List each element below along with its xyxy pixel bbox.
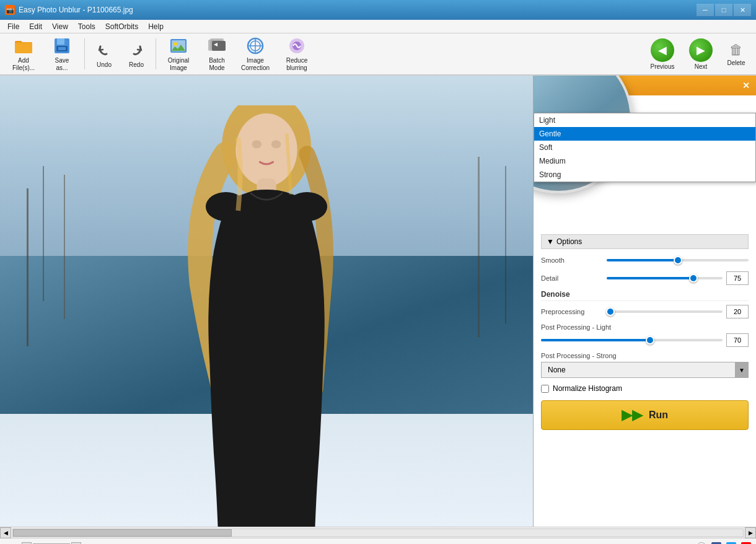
detail-thumb[interactable] bbox=[689, 274, 698, 283]
close-button[interactable]: ✕ bbox=[734, 4, 751, 16]
denoise-section-header: Denoise bbox=[541, 290, 749, 301]
scroll-left-button[interactable]: ◀ bbox=[0, 527, 11, 538]
smooth-row: Smooth bbox=[541, 254, 749, 266]
postlight-slider[interactable] bbox=[541, 334, 723, 346]
options-label: Options bbox=[556, 237, 582, 246]
redo-icon bbox=[126, 40, 146, 60]
save-as-button[interactable]: Saveas... bbox=[43, 36, 81, 72]
postlight-value: 70 bbox=[726, 333, 749, 347]
reduce-blurring-button[interactable]: Reduceblurring bbox=[275, 36, 319, 72]
preset-dropdown-list: Light Gentle Soft Medium Strong bbox=[534, 113, 756, 182]
smooth-slider[interactable] bbox=[607, 254, 749, 266]
batch-mode-label: BatchMode bbox=[209, 57, 225, 72]
previous-button[interactable]: ◀ Previous bbox=[644, 36, 680, 72]
zoom-in-button[interactable]: + bbox=[71, 542, 81, 545]
run-button[interactable]: ▶▶ Run bbox=[541, 400, 749, 430]
preset-option-strong[interactable]: Strong bbox=[534, 168, 755, 182]
postlight-label: Post Processing - Light bbox=[541, 323, 749, 331]
preset-option-light[interactable]: Light bbox=[534, 113, 755, 127]
original-image-button[interactable]: OriginalImage bbox=[160, 36, 197, 72]
delete-label: Delete bbox=[727, 59, 745, 66]
delete-button[interactable]: 🗑 Delete bbox=[721, 36, 751, 72]
batch-mode-button[interactable]: BatchMode bbox=[198, 36, 235, 72]
original-image-icon bbox=[169, 36, 188, 56]
toolbox-body: Reduce blurring Presets Gentle ▼ Light G… bbox=[534, 95, 756, 527]
preprocessing-row: Preprocessing 20 bbox=[541, 305, 749, 318]
window-title: Easy Photo Unblur - P1100665.jpg bbox=[19, 6, 697, 14]
svg-point-23 bbox=[252, 140, 262, 148]
postlight-row: 70 bbox=[541, 333, 749, 347]
smooth-fill bbox=[607, 259, 678, 261]
menu-file[interactable]: File bbox=[2, 21, 24, 32]
preset-option-gentle[interactable]: Gentle bbox=[534, 127, 755, 141]
youtube-icon[interactable]: ▶ bbox=[741, 542, 751, 545]
batch-icon bbox=[207, 36, 227, 56]
detail-fill bbox=[607, 277, 693, 279]
run-label: Run bbox=[649, 410, 668, 421]
scrollbar-area: ◀ ▶ bbox=[0, 527, 756, 538]
normalize-label: Normalize Histogram bbox=[553, 384, 622, 393]
image-correction-button[interactable]: ImageCorrection bbox=[237, 36, 274, 72]
zoom-out-button[interactable]: − bbox=[22, 542, 32, 545]
run-icon: ▶▶ bbox=[622, 407, 643, 423]
main-content: Toolbox ✕ Reduce blurring Presets Gentle… bbox=[0, 76, 756, 527]
add-files-button[interactable]: AddFile(s)... bbox=[5, 36, 42, 72]
minimize-button[interactable]: ─ bbox=[697, 4, 714, 16]
menu-view[interactable]: View bbox=[47, 21, 73, 32]
menu-bar: File Edit View Tools SoftOrbits Help bbox=[0, 20, 756, 33]
window-controls: ─ □ ✕ bbox=[697, 4, 751, 16]
undo-label: Undo bbox=[97, 61, 112, 68]
preset-option-soft[interactable]: Soft bbox=[534, 141, 755, 154]
scroll-track[interactable] bbox=[12, 529, 744, 537]
add-files-label: AddFile(s)... bbox=[12, 57, 35, 72]
svg-rect-1 bbox=[15, 42, 32, 53]
detail-value: 75 bbox=[726, 271, 749, 285]
toolbox-header: Toolbox ✕ bbox=[534, 76, 756, 95]
options-collapse-icon: ▼ bbox=[547, 237, 554, 246]
scroll-right-button[interactable]: ▶ bbox=[745, 527, 756, 538]
preprocessing-track bbox=[607, 310, 723, 313]
maximize-button[interactable]: □ bbox=[715, 4, 732, 16]
toolbox-panel: Toolbox ✕ Reduce blurring Presets Gentle… bbox=[533, 76, 756, 527]
previous-label: Previous bbox=[651, 63, 675, 70]
facebook-icon[interactable]: f bbox=[711, 542, 721, 545]
scroll-thumb[interactable] bbox=[13, 529, 232, 537]
info-icon[interactable]: i bbox=[697, 542, 706, 545]
tree-2 bbox=[43, 166, 44, 301]
status-right: Time (s): 0.1 JPG (3264x2448x24) i f t ▶ bbox=[581, 542, 751, 545]
image-correction-icon bbox=[245, 36, 265, 56]
toolbar-sep-2 bbox=[156, 38, 156, 69]
detail-slider[interactable] bbox=[607, 272, 723, 284]
menu-softorbits[interactable]: SoftOrbits bbox=[100, 21, 143, 32]
previous-icon: ◀ bbox=[651, 38, 674, 62]
add-files-icon bbox=[14, 36, 33, 56]
options-section: ▼ Options bbox=[541, 234, 749, 249]
options-header[interactable]: ▼ Options bbox=[541, 234, 749, 249]
preprocessing-value: 20 bbox=[726, 305, 749, 318]
next-button[interactable]: ▶ Next bbox=[683, 36, 719, 72]
menu-help[interactable]: Help bbox=[143, 21, 169, 32]
woman-figure bbox=[112, 105, 421, 527]
toolbox-close-button[interactable]: ✕ bbox=[742, 81, 750, 90]
photo-background bbox=[0, 76, 533, 527]
twitter-icon[interactable]: t bbox=[726, 542, 736, 545]
preprocessing-thumb[interactable] bbox=[606, 307, 615, 316]
toolbox-section-title: Reduce blurring bbox=[541, 103, 749, 113]
menu-tools[interactable]: Tools bbox=[73, 21, 100, 32]
next-icon: ▶ bbox=[689, 38, 713, 62]
save-label: Saveas... bbox=[55, 57, 69, 72]
original-image-label: OriginalImage bbox=[168, 57, 189, 72]
smooth-thumb[interactable] bbox=[674, 256, 682, 265]
undo-button[interactable]: Undo bbox=[89, 36, 120, 72]
postlight-thumb[interactable] bbox=[646, 336, 654, 344]
preprocessing-slider[interactable] bbox=[607, 305, 723, 318]
next-label: Next bbox=[695, 63, 708, 70]
delete-icon: 🗑 bbox=[729, 42, 743, 58]
svg-point-24 bbox=[271, 140, 281, 148]
image-correction-label: ImageCorrection bbox=[241, 57, 270, 72]
redo-button[interactable]: Redo bbox=[121, 36, 152, 72]
menu-edit[interactable]: Edit bbox=[24, 21, 47, 32]
poststrong-select[interactable]: None Sharpen Enhance bbox=[541, 362, 749, 378]
normalize-checkbox[interactable] bbox=[541, 385, 549, 393]
preset-option-medium[interactable]: Medium bbox=[534, 154, 755, 168]
